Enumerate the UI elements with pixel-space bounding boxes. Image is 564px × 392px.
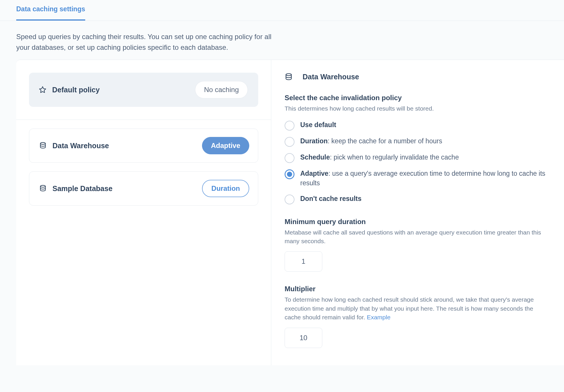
radio-duration[interactable]: Duration: keep the cache for a number of… [285, 136, 551, 147]
radio-icon [285, 153, 294, 163]
tab-data-caching-settings[interactable]: Data caching settings [16, 5, 85, 21]
default-policy-card[interactable]: Default policy No caching [29, 73, 258, 107]
db-name: Sample Database [52, 184, 112, 193]
radio-icon [285, 195, 294, 204]
star-icon [39, 86, 46, 94]
svg-point-2 [40, 186, 45, 188]
detail-pane: Data Warehouse Select the cache invalida… [271, 60, 564, 365]
radio-icon [285, 169, 294, 179]
tab-bar: Data caching settings [0, 0, 564, 21]
radio-adaptive[interactable]: Adaptive: use a query's average executio… [285, 169, 551, 188]
db-card-sample-database[interactable]: Sample Database Duration [29, 171, 258, 206]
radio-dont-cache[interactable]: Don't cache results [285, 194, 551, 204]
detail-header: Data Warehouse [285, 73, 551, 81]
radio-icon [285, 137, 294, 147]
db-badge-duration: Duration [202, 180, 249, 197]
database-icon [39, 142, 47, 149]
db-name: Data Warehouse [52, 142, 109, 150]
intro-text: Speed up queries by caching their result… [0, 21, 290, 60]
detail-title: Data Warehouse [303, 73, 359, 81]
min-duration-heading: Minimum query duration [285, 218, 551, 226]
invalidation-radio-group: Use default Duration: keep the cache for… [285, 120, 551, 204]
multiplier-heading: Multiplier [285, 285, 551, 293]
db-badge-adaptive: Adaptive [202, 137, 249, 154]
min-duration-sub: Metabase will cache all saved questions … [285, 228, 551, 246]
invalidation-sub: This determines how long cached results … [285, 104, 551, 113]
default-policy-label: Default policy [52, 86, 100, 94]
svg-point-1 [40, 143, 45, 145]
radio-schedule[interactable]: Schedule: pick when to regularly invalid… [285, 153, 551, 163]
database-icon [285, 73, 293, 81]
database-icon [39, 185, 47, 192]
multiplier-sub: To determine how long each cached result… [285, 295, 551, 322]
svg-marker-0 [39, 87, 46, 93]
db-card-data-warehouse[interactable]: Data Warehouse Adaptive [29, 129, 258, 163]
default-policy-badge: No caching [195, 81, 248, 98]
min-duration-input[interactable] [285, 251, 322, 272]
invalidation-heading: Select the cache invalidation policy [285, 94, 551, 102]
multiplier-example-link[interactable]: Example [367, 314, 391, 320]
multiplier-input[interactable] [285, 328, 322, 348]
radio-icon [285, 121, 294, 131]
radio-use-default[interactable]: Use default [285, 120, 551, 131]
policy-list: Default policy No caching Data Warehouse… [16, 60, 271, 365]
svg-point-3 [286, 74, 292, 76]
